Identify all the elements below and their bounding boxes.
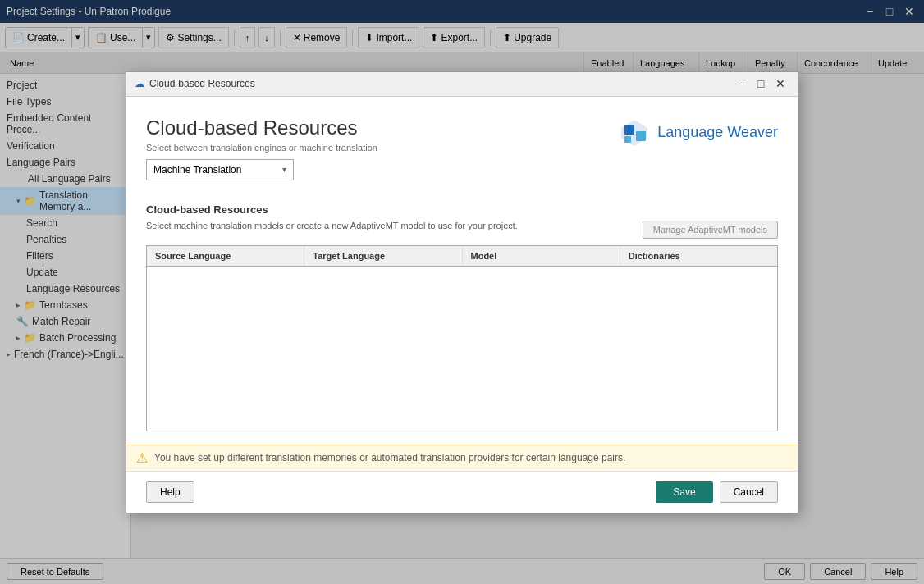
mt-table-body — [147, 267, 777, 431]
translation-type-dropdown[interactable]: Machine Translation ▾ — [146, 159, 294, 180]
dialog-footer: Help Save Cancel — [126, 471, 798, 513]
svg-rect-2 — [636, 131, 646, 141]
dialog-titlebar: ☁ Cloud-based Resources − □ ✕ — [126, 72, 798, 97]
app-window: Project Settings - Un Patron Prodigue − … — [0, 0, 924, 584]
models-description: Select machine translation models or cre… — [146, 221, 643, 230]
col-source-language: Source Language — [147, 246, 304, 266]
dialog-minimize-button[interactable]: − — [732, 75, 750, 93]
mt-table: Source Language Target Language Model Di… — [146, 245, 778, 431]
cancel-button[interactable]: Cancel — [720, 481, 778, 503]
dropdown-value: Machine Translation — [153, 164, 241, 176]
col-target-language: Target Language — [304, 246, 462, 266]
language-weaver-logo: Language Weaver — [618, 116, 778, 149]
language-weaver-icon — [618, 116, 651, 149]
cloud-resources-dialog: ☁ Cloud-based Resources − □ ✕ Cloud-base… — [126, 71, 798, 513]
footer-right: Save Cancel — [656, 481, 778, 503]
dialog-window-controls: − □ ✕ — [732, 75, 789, 93]
save-button[interactable]: Save — [656, 481, 712, 503]
warning-icon: ⚠ — [136, 450, 148, 466]
dialog-close-button[interactable]: ✕ — [771, 75, 789, 93]
warning-bar: ⚠ You have set up different translation … — [126, 445, 798, 471]
language-weaver-text: Language Weaver — [657, 124, 778, 141]
help-button[interactable]: Help — [146, 481, 194, 503]
svg-rect-1 — [624, 125, 634, 135]
dialog-header: Cloud-based Resources Select between tra… — [146, 116, 778, 153]
dialog-overlay: ☁ Cloud-based Resources − □ ✕ Cloud-base… — [0, 0, 924, 584]
warning-text: You have set up different translation me… — [154, 452, 625, 463]
footer-left: Help — [146, 481, 194, 503]
dialog-body: Cloud-based Resources Select between tra… — [126, 97, 798, 445]
models-row: Select machine translation models or cre… — [146, 221, 778, 239]
dialog-title-area: ☁ Cloud-based Resources — [135, 78, 255, 89]
cloud-resources-section-title: Cloud-based Resources — [146, 203, 778, 216]
dialog-title-icon: ☁ — [135, 78, 144, 89]
col-model: Model — [463, 246, 620, 266]
dropdown-arrow-icon: ▾ — [282, 165, 286, 174]
dialog-subtitle: Select between translation engines or ma… — [146, 143, 377, 153]
dropdown-wrapper: Machine Translation ▾ — [146, 159, 778, 180]
col-dictionaries: Dictionaries — [620, 246, 777, 266]
dialog-main-title: Cloud-based Resources — [146, 116, 377, 139]
dialog-maximize-button[interactable]: □ — [752, 75, 770, 93]
svg-rect-3 — [624, 136, 631, 143]
dialog-title-section: Cloud-based Resources Select between tra… — [146, 116, 377, 153]
mt-table-header: Source Language Target Language Model Di… — [147, 246, 777, 267]
manage-adaptivemt-button[interactable]: Manage AdaptiveMT models — [643, 221, 778, 239]
dialog-title-text: Cloud-based Resources — [149, 78, 255, 89]
